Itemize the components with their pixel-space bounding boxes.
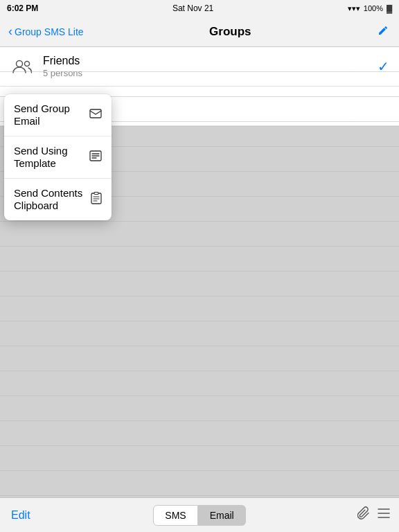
friends-info: Friends 5 persons <box>43 55 378 78</box>
edit-button[interactable]: Edit <box>0 509 55 522</box>
wifi-icon: ▾▾▾ <box>348 4 360 13</box>
email-tab[interactable]: Email <box>198 505 246 526</box>
page: 6:02 PM Sat Nov 21 ▾▾▾ 100% ▓ ‹ Group SM… <box>0 0 399 532</box>
clipboard-icon <box>91 192 102 207</box>
main-content: Friends 5 persons ✓ Work <box>0 47 399 532</box>
list-icon[interactable] <box>377 508 391 522</box>
send-contents-clipboard-label: Send ContentsClipboard <box>14 187 85 212</box>
status-right: ▾▾▾ 100% ▓ <box>348 4 392 13</box>
compose-icon[interactable] <box>377 23 391 40</box>
nav-bar: ‹ Group SMS Lite Groups <box>0 17 399 47</box>
template-icon <box>89 150 102 164</box>
email-icon <box>89 109 102 121</box>
attach-icon[interactable] <box>357 506 370 524</box>
svg-point-1 <box>25 62 30 66</box>
friends-count: 5 persons <box>43 68 378 78</box>
svg-rect-4 <box>90 109 101 118</box>
sms-tab[interactable]: SMS <box>153 505 197 526</box>
svg-point-0 <box>17 61 23 67</box>
send-group-email-label: Send Group Email <box>14 103 84 127</box>
bottom-tabs: SMS Email <box>55 505 344 526</box>
friends-name: Friends <box>43 55 378 67</box>
back-label: Group SMS Lite <box>15 26 84 37</box>
back-button[interactable]: ‹ Group SMS Lite <box>8 24 84 39</box>
status-bar: 6:02 PM Sat Nov 21 ▾▾▾ 100% ▓ <box>0 0 399 17</box>
bottom-right-icons <box>344 506 399 524</box>
bottom-bar: Edit SMS Email <box>0 497 399 532</box>
back-chevron-icon: ‹ <box>8 24 12 39</box>
friends-checkmark: ✓ <box>378 58 389 75</box>
group-icon <box>12 59 32 74</box>
nav-title: Groups <box>209 25 251 39</box>
status-date: Sat Nov 21 <box>172 3 213 13</box>
send-group-email-item[interactable]: Send Group Email <box>4 94 112 136</box>
battery-icon: ▓ <box>387 4 392 12</box>
send-using-template-label: Send Using Template <box>14 145 84 170</box>
dropdown-menu: Send Group Email Send Using Template <box>4 94 112 220</box>
send-contents-clipboard-item[interactable]: Send ContentsClipboard <box>4 179 112 220</box>
group-item-friends[interactable]: Friends 5 persons ✓ <box>0 47 399 87</box>
send-using-template-item[interactable]: Send Using Template <box>4 136 112 179</box>
status-time: 6:02 PM <box>7 3 38 13</box>
battery-label: 100% <box>364 4 383 12</box>
friends-icon-wrapper <box>10 54 35 79</box>
svg-rect-10 <box>94 193 98 195</box>
